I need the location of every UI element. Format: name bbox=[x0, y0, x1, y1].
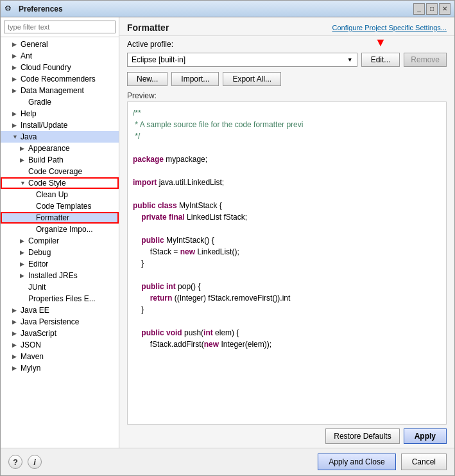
window-controls: _ □ ✕ bbox=[413, 3, 451, 15]
code-line: public MyIntStack() { bbox=[133, 234, 441, 246]
code-line: public class MyIntStack { bbox=[133, 200, 441, 211]
code-line bbox=[133, 188, 441, 200]
apply-close-button[interactable]: Apply and Close bbox=[318, 454, 395, 470]
tree-item-java-persistence[interactable]: ▶Java Persistence bbox=[1, 316, 119, 328]
sidebar: ▶General ▶Ant ▶Cloud Foundry ▶Code Recom… bbox=[1, 17, 119, 448]
code-line: return ((Integer) fStack.removeFirst()).… bbox=[133, 292, 441, 304]
title-bar: ⚙ Preferences _ □ ✕ bbox=[1, 1, 454, 17]
tree-item-code-recommenders[interactable]: ▶Code Recommenders bbox=[1, 73, 119, 85]
profile-dropdown[interactable]: Eclipse [built-in] ▼ bbox=[127, 53, 357, 67]
remove-button[interactable]: Remove bbox=[404, 53, 447, 67]
apply-button[interactable]: Apply bbox=[404, 428, 447, 444]
panel-title: Formatter bbox=[127, 22, 169, 33]
code-line: * A sample source file for the code form… bbox=[133, 119, 441, 130]
tree-item-formatter[interactable]: Formatter bbox=[1, 212, 119, 224]
code-preview: /** * A sample source file for the code … bbox=[127, 101, 447, 425]
restore-defaults-button[interactable]: Restore Defaults bbox=[325, 428, 399, 444]
tree: ▶General ▶Ant ▶Cloud Foundry ▶Code Recom… bbox=[1, 37, 119, 448]
main-panel: Formatter Configure Project Specific Set… bbox=[119, 17, 454, 448]
edit-button[interactable]: Edit... bbox=[361, 53, 400, 67]
code-line: /** bbox=[133, 107, 441, 119]
code-line: } bbox=[133, 258, 441, 269]
tree-item-organize-imports[interactable]: Organize Impo... bbox=[1, 224, 119, 235]
active-profile-label: Active profile: bbox=[127, 40, 173, 49]
edit-btn-wrap: ▼ Edit... bbox=[361, 53, 400, 67]
code-line: import java.util.LinkedList; bbox=[133, 177, 441, 188]
code-line bbox=[133, 142, 441, 154]
code-line: public void push(int elem) { bbox=[133, 327, 441, 339]
tree-item-code-templates[interactable]: Code Templates bbox=[1, 200, 119, 212]
tree-item-mylyn[interactable]: ▶Mylyn bbox=[1, 362, 119, 374]
tree-item-build-path[interactable]: ▶Build Path bbox=[1, 154, 119, 166]
tree-item-editor[interactable]: ▶Editor bbox=[1, 258, 119, 270]
window-icon: ⚙ bbox=[4, 4, 15, 14]
code-line: package mypackage; bbox=[133, 154, 441, 165]
dropdown-arrow-icon: ▼ bbox=[347, 57, 353, 63]
tree-item-gradle[interactable]: Gradle bbox=[1, 96, 119, 108]
panel-header: Formatter Configure Project Specific Set… bbox=[119, 17, 454, 36]
configure-project-link[interactable]: Configure Project Specific Settings... bbox=[332, 24, 447, 31]
tree-item-junit[interactable]: JUnit bbox=[1, 281, 119, 293]
tree-item-java[interactable]: ▼Java bbox=[1, 131, 119, 143]
tree-item-clean-up[interactable]: Clean Up bbox=[1, 189, 119, 200]
search-box bbox=[1, 17, 119, 37]
profile-value: Eclipse [built-in] bbox=[132, 55, 185, 64]
dialog-footer: ? i Apply and Close Cancel bbox=[1, 448, 454, 475]
info-button[interactable]: i bbox=[28, 455, 42, 469]
code-line: fStack.addFirst(new Integer(elem)); bbox=[133, 339, 441, 350]
code-line: private final LinkedList fStack; bbox=[133, 211, 441, 223]
cancel-button[interactable]: Cancel bbox=[401, 454, 447, 470]
code-line bbox=[133, 223, 441, 234]
profile-controls: Eclipse [built-in] ▼ ▼ Edit... Remove bbox=[119, 53, 454, 69]
help-button[interactable]: ? bbox=[8, 455, 22, 469]
code-line: */ bbox=[133, 130, 441, 142]
tree-item-help[interactable]: ▶Help bbox=[1, 108, 119, 119]
tree-item-debug[interactable]: ▶Debug bbox=[1, 247, 119, 258]
new-button[interactable]: New... bbox=[127, 72, 167, 86]
content-area: ▶General ▶Ant ▶Cloud Foundry ▶Code Recom… bbox=[1, 17, 454, 448]
restore-row: Restore Defaults Apply bbox=[119, 425, 454, 448]
code-line bbox=[133, 165, 441, 177]
tree-item-javascript[interactable]: ▶JavaScript bbox=[1, 328, 119, 339]
code-line: fStack = new LinkedList(); bbox=[133, 246, 441, 258]
minimize-button[interactable]: _ bbox=[413, 3, 425, 15]
close-button[interactable]: ✕ bbox=[439, 3, 451, 15]
code-line bbox=[133, 269, 441, 281]
profile-row: Active profile: bbox=[119, 36, 454, 53]
tree-item-general[interactable]: ▶General bbox=[1, 39, 119, 50]
tree-item-compiler[interactable]: ▶Compiler bbox=[1, 235, 119, 247]
search-input[interactable] bbox=[4, 21, 116, 33]
code-line: public int pop() { bbox=[133, 281, 441, 292]
import-button[interactable]: Import... bbox=[171, 72, 219, 86]
tree-item-properties-files[interactable]: Properties Files E... bbox=[1, 293, 119, 304]
tree-item-code-coverage[interactable]: Code Coverage bbox=[1, 166, 119, 177]
export-all-button[interactable]: Export All... bbox=[223, 72, 281, 86]
tree-item-installed-jres[interactable]: ▶Installed JREs bbox=[1, 270, 119, 281]
preferences-window: ⚙ Preferences _ □ ✕ ▶General ▶Ant ▶Cloud… bbox=[0, 0, 455, 476]
footer-help: ? i bbox=[8, 455, 42, 469]
tree-item-data-management[interactable]: ▶Data Management bbox=[1, 85, 119, 96]
tree-item-maven[interactable]: ▶Maven bbox=[1, 351, 119, 362]
code-line bbox=[133, 315, 441, 327]
tree-item-code-style[interactable]: ▼Code Style bbox=[1, 177, 119, 189]
window-title: Preferences bbox=[19, 4, 413, 13]
tree-item-cloud-foundry[interactable]: ▶Cloud Foundry bbox=[1, 62, 119, 73]
tree-item-install-update[interactable]: ▶Install/Update bbox=[1, 119, 119, 131]
preview-label: Preview: bbox=[119, 89, 454, 101]
actions-row: New... Import... Export All... bbox=[119, 69, 454, 89]
tree-item-java-ee[interactable]: ▶Java EE bbox=[1, 304, 119, 316]
code-line: } bbox=[133, 304, 441, 315]
tree-item-ant[interactable]: ▶Ant bbox=[1, 50, 119, 62]
tree-item-json[interactable]: ▶JSON bbox=[1, 339, 119, 351]
maximize-button[interactable]: □ bbox=[426, 3, 438, 15]
tree-item-appearance[interactable]: ▶Appearance bbox=[1, 143, 119, 154]
